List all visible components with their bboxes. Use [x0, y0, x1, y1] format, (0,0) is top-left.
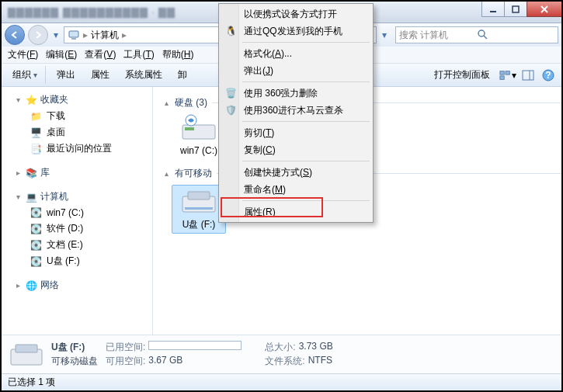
sidebar-downloads[interactable]: 📁下载 [3, 108, 151, 124]
preview-pane-icon[interactable] [520, 67, 537, 84]
svg-rect-19 [188, 192, 210, 199]
network-icon: 🌐 [25, 279, 37, 292]
ctx-open-portable[interactable]: 以便携式设备方式打开 [221, 5, 371, 23]
status-bar: 已选择 1 项 [2, 373, 561, 390]
drive-label: U盘 (F:) [174, 218, 224, 231]
svg-rect-20 [185, 207, 213, 210]
desktop-icon: 🖥️ [30, 127, 42, 139]
sidebar-recent[interactable]: 📑最近访问的位置 [3, 140, 151, 157]
sidebar-drive-d[interactable]: 💽软件 (D:) [3, 220, 151, 237]
computer-icon [68, 29, 80, 41]
maximize-button[interactable] [504, 2, 527, 17]
status-text: 已选择 1 项 [8, 376, 55, 389]
svg-rect-11 [523, 71, 533, 80]
tool-uninstall-cut[interactable]: 卸 [172, 66, 193, 84]
nav-history-dropdown[interactable]: ▾ [51, 29, 61, 40]
sidebar-favorites[interactable]: ▾⭐收藏夹 [3, 92, 151, 108]
svg-rect-15 [182, 125, 215, 139]
details-pane: U盘 (F:) 可移动磁盘 已用空间: 可用空间:3.67 GB 总大小:3.7… [2, 335, 561, 373]
details-type: 可移动磁盘 [51, 355, 98, 368]
removable-drive-icon [180, 187, 217, 215]
ctx-cut[interactable]: 剪切(T) [221, 124, 371, 141]
ctx-properties[interactable]: 属性(R) [221, 203, 371, 220]
tool-open-control-panel[interactable]: 打开控制面板 [428, 66, 496, 84]
drive-icon: 💽 [30, 255, 42, 268]
star-icon: ⭐ [25, 94, 37, 106]
sidebar-desktop[interactable]: 🖥️桌面 [3, 124, 151, 140]
removable-drive-icon [9, 342, 43, 368]
trash-icon: 🗑️ [224, 86, 238, 100]
svg-rect-4 [69, 31, 78, 37]
ctx-copy[interactable]: 复制(C) [221, 141, 371, 158]
sidebar-computer[interactable]: ▾💻计算机 [3, 189, 151, 205]
menu-view[interactable]: 查看(V) [82, 47, 119, 63]
computer-icon: 💻 [25, 191, 37, 203]
drive-icon [180, 114, 217, 142]
svg-text:?: ? [545, 70, 551, 81]
svg-rect-1 [513, 6, 519, 12]
tool-sysprops[interactable]: 系统属性 [119, 66, 169, 84]
free-value: 3.67 GB [148, 355, 182, 368]
sidebar-network[interactable]: ▸🌐网络 [3, 277, 151, 293]
help-icon[interactable]: ? [540, 67, 557, 84]
sidebar-drive-c[interactable]: 💽win7 (C:) [3, 205, 151, 220]
svg-line-7 [484, 36, 487, 39]
usage-bar [148, 341, 242, 350]
svg-rect-10 [506, 71, 509, 74]
library-icon: 📚 [25, 167, 37, 179]
search-placeholder: 搜索 计算机 [399, 29, 477, 42]
details-name: U盘 (F:) [51, 341, 85, 354]
drive-icon: 💽 [30, 239, 42, 252]
ctx-format[interactable]: 格式化(A)... [221, 45, 371, 62]
sidebar: ▾⭐收藏夹 📁下载 🖥️桌面 📑最近访问的位置 ▸📚库 ▾💻计算机 💽win7 … [2, 87, 153, 335]
total-label: 总大小: [265, 341, 295, 354]
ctx-360-delete[interactable]: 🗑️使用 360强力删除 [221, 85, 371, 102]
total-value: 3.73 GB [299, 341, 333, 354]
fs-value: NTFS [308, 355, 332, 368]
ctx-360-scan[interactable]: 🛡️使用360进行木马云查杀 [221, 102, 371, 119]
svg-rect-8 [500, 71, 504, 74]
fs-label: 文件系统: [265, 355, 304, 368]
ctx-qq-send[interactable]: 🐧通过QQ发送到我的手机 [221, 23, 371, 40]
back-button[interactable] [5, 25, 25, 45]
forward-button[interactable] [28, 25, 48, 45]
recent-icon: 📑 [30, 143, 42, 155]
folder-icon: 📁 [30, 110, 42, 123]
view-options-icon[interactable]: ▾ [499, 67, 516, 84]
sidebar-libraries[interactable]: ▸📚库 [3, 165, 151, 181]
svg-point-6 [478, 30, 485, 36]
ctx-shortcut[interactable]: 创建快捷方式(S) [221, 164, 371, 181]
qq-icon: 🐧 [224, 24, 238, 38]
menu-edit[interactable]: 编辑(E) [43, 47, 80, 63]
svg-rect-16 [185, 127, 194, 130]
drive-icon: 💽 [30, 206, 42, 219]
search-icon [477, 29, 554, 42]
svg-rect-9 [500, 75, 504, 78]
sidebar-drive-f[interactable]: 💽U盘 (F:) [3, 253, 151, 269]
sidebar-drive-e[interactable]: 💽文档 (E:) [3, 237, 151, 253]
menu-help[interactable]: 帮助(H) [159, 47, 197, 63]
address-arrow: ▸ [122, 29, 127, 40]
address-label: 计算机 [91, 29, 119, 42]
free-label: 可用空间: [106, 355, 145, 368]
svg-rect-22 [16, 345, 37, 352]
tool-properties[interactable]: 属性 [85, 66, 116, 84]
tool-organize[interactable]: 组织 [6, 66, 46, 84]
ctx-eject[interactable]: 弹出(J) [221, 62, 371, 79]
drive-icon: 💽 [30, 223, 42, 235]
address-sep: ▸ [83, 29, 88, 40]
minimize-button[interactable] [481, 2, 505, 17]
svg-rect-5 [71, 38, 76, 40]
search-box[interactable]: 搜索 计算机 [395, 26, 558, 43]
ctx-rename[interactable]: 重命名(M) [221, 181, 371, 198]
shield-icon: 🛡️ [224, 103, 238, 117]
close-button[interactable] [527, 2, 562, 17]
context-menu: 以便携式设备方式打开 🐧通过QQ发送到我的手机 格式化(A)... 弹出(J) … [218, 3, 374, 223]
address-refresh-dropdown[interactable]: ▾ [380, 29, 389, 40]
menu-file[interactable]: 文件(F) [5, 47, 41, 63]
used-label: 已用空间: [106, 341, 145, 354]
menu-tools[interactable]: 工具(T) [120, 47, 157, 63]
tool-eject[interactable]: 弹出 [50, 66, 82, 84]
